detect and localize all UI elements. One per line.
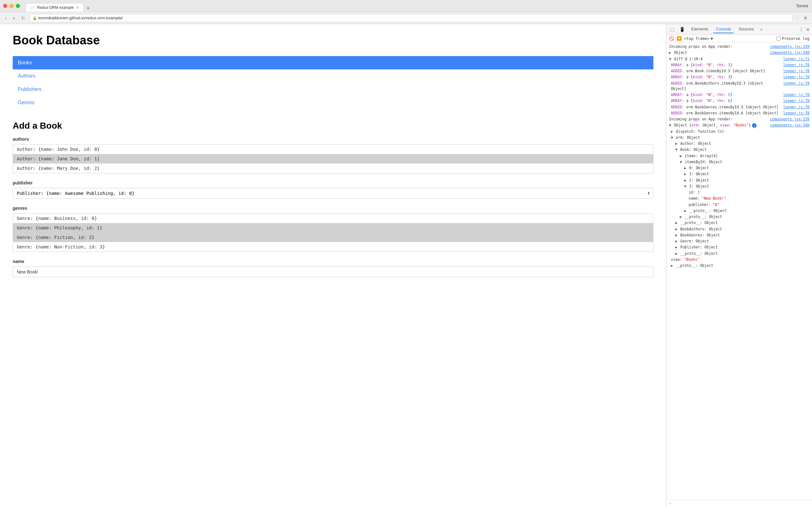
console-output: Incoming props on App render: components… <box>666 43 812 500</box>
devtools-device-icon[interactable]: 📱 <box>678 26 686 33</box>
authors-field-group: authors Author: {name: John Doe, id: 0} … <box>13 136 653 173</box>
preserve-log-label: Preserve log <box>776 37 809 41</box>
tab-sources[interactable]: Sources <box>736 25 757 33</box>
lock-icon: 🔒 <box>32 16 37 20</box>
devtools-panel-menu[interactable]: ⋮ <box>799 26 804 32</box>
nav-item-books[interactable]: Books <box>13 56 653 69</box>
preserve-log-checkbox[interactable] <box>776 37 780 41</box>
console-line: ▶ Genre: Object <box>666 238 812 244</box>
name-label: name <box>13 259 653 264</box>
nav-item-genres[interactable]: Genres <box>13 96 653 109</box>
name-field-group: name <box>13 259 653 277</box>
authors-item-0[interactable]: Author: {name: John Doe, id: 0} <box>13 145 653 154</box>
console-line: Incoming props on App render: components… <box>666 44 812 50</box>
genres-item-1[interactable]: Genre: {name: Philosophy, id: 1} <box>13 223 653 233</box>
console-line: ▶ __proto__: Object <box>666 263 812 269</box>
devtools-close-button[interactable]: ✕ <box>806 26 809 32</box>
reload-button[interactable]: ↻ <box>19 15 27 21</box>
authors-item-1[interactable]: Author: {name: Jane Doe, id: 1} <box>13 154 653 164</box>
publisher-select-wrapper: Publisher: {name: Awesome Publishing, id… <box>13 188 653 199</box>
console-line: ▶ Object components.jsx:340 <box>666 50 812 56</box>
console-line: view: "Books" <box>666 257 812 263</box>
web-content: Book Database Books Authors Publishers G… <box>0 24 666 507</box>
publisher-field-group: publisher Publisher: {name: Awesome Publ… <box>13 180 653 199</box>
publisher-select[interactable]: Publisher: {name: Awesome Publishing, id… <box>13 188 653 199</box>
console-line: ▶ BookGenres: Object <box>666 232 812 238</box>
console-line: ARRAY: a {kind: "N", rhs: 3} logger.js:7… <box>666 74 812 80</box>
devtools-panel: ⬚ 📱 Elements Console Sources » ⋮ ✕ 🚫 🔽 <… <box>666 24 812 507</box>
console-line: publisher: "0" <box>666 202 812 208</box>
console-line: ▶ Publisher: Object <box>666 244 812 250</box>
console-line: ADDED: orm.BookAuthors.itemsById.3 [obje… <box>666 80 812 92</box>
console-line: ▼ itemsById: Object <box>666 159 812 165</box>
console-line: ▶ items: Array[4] <box>666 153 812 159</box>
console-line: Incoming props on App render: components… <box>666 116 812 122</box>
console-input-row: › <box>666 500 812 507</box>
tab-console[interactable]: Console <box>713 25 734 33</box>
console-line: ▶ __proto__: Object <box>666 220 812 226</box>
console-line: ARRAY: a {kind: "N", rhs: 5} logger.js:7… <box>666 92 812 98</box>
console-line: ▼ Object {orm: Object, view: "Books"}i c… <box>666 122 812 128</box>
address-bar[interactable]: 🔒 tommikaikkonen.github.io/redux-orm-exa… <box>30 14 793 22</box>
console-line: ▶ __proto__: Object <box>666 214 812 220</box>
console-line: id: 3 <box>666 189 812 195</box>
new-tab-button[interactable]: + <box>84 5 92 12</box>
close-button[interactable] <box>3 4 7 8</box>
console-line: ▼ Book: Object <box>666 147 812 153</box>
url-display: tommikaikkonen.github.io/redux-orm-examp… <box>38 15 123 20</box>
console-toolbar: 🚫 🔽 <top frame> ▼ Preserve log <box>666 35 812 43</box>
traffic-lights <box>3 4 20 8</box>
browser-toolbar: ‹ › ↻ 🔒 tommikaikkonen.github.io/redux-o… <box>0 12 812 24</box>
devtools-inspect-icon[interactable]: ⬚ <box>669 26 676 33</box>
console-line: ▶ __proto__: Object <box>666 250 812 257</box>
nav-item-publishers[interactable]: Publishers <box>13 83 653 96</box>
console-filter-icon[interactable]: 🔽 <box>676 36 681 41</box>
genres-item-2[interactable]: Genre: {name: Fiction, id: 2} <box>13 233 653 242</box>
tab-bar: 📄 Redux-ORM example ✕ + <box>26 0 92 12</box>
publisher-label: publisher <box>13 180 653 185</box>
authors-listbox[interactable]: Author: {name: John Doe, id: 0} Author: … <box>13 144 653 173</box>
console-line: ARRAY: a {kind: "N", rhs: 3} logger.js:7… <box>666 62 812 68</box>
authors-label: authors <box>13 136 653 142</box>
console-line: ▶ 2: Object <box>666 177 812 183</box>
nav-list: Books Authors Publishers Genres <box>13 56 653 109</box>
user-avatar: Tommi <box>796 3 808 8</box>
console-line: name: "New Book!" <box>666 195 812 202</box>
console-line: ▼ 3: Object <box>666 183 812 189</box>
console-line: ADDED: orm.BookGenres.itemsById.5 [objec… <box>666 104 812 110</box>
active-tab[interactable]: 📄 Redux-ORM example ✕ <box>26 3 84 12</box>
top-frame-selector[interactable]: <top frame> ▼ <box>684 37 713 41</box>
authors-item-2[interactable]: Author: {name: Mary Doe, id: 2} <box>13 164 653 173</box>
console-line: ▶ 0: Object <box>666 165 812 171</box>
forward-button[interactable]: › <box>11 14 16 21</box>
back-button[interactable]: ‹ <box>3 14 9 21</box>
console-input[interactable] <box>673 501 809 506</box>
console-line: ADDED: orm.Book.itemsById.3 [object Obje… <box>666 68 812 74</box>
console-line: ▼ orm: Object <box>666 135 812 141</box>
console-line: ▶ __proto__: Object <box>666 208 812 214</box>
minimize-button[interactable] <box>9 4 14 8</box>
genres-item-3[interactable]: Genre: {name: Non-Fiction, id: 3} <box>13 242 653 251</box>
name-input[interactable] <box>13 267 653 277</box>
nav-item-authors[interactable]: Authors <box>13 69 653 83</box>
genres-field-group: genres Genre: {name: Business, id: 0} Ge… <box>13 206 653 252</box>
console-clear-icon[interactable]: 🚫 <box>669 36 674 41</box>
genres-item-0[interactable]: Genre: {name: Business, id: 0} <box>13 214 653 223</box>
tab-title: Redux-ORM example <box>37 5 73 10</box>
console-line: ▶ BookAuthors: Object <box>666 226 812 232</box>
console-prompt: › <box>669 501 671 506</box>
more-tabs-button[interactable]: » <box>759 26 764 33</box>
console-line: ARRAY: a {kind: "N", rhs: 6} logger.js:7… <box>666 98 812 104</box>
console-line: ▶ dispatch: function (n) <box>666 129 812 135</box>
genres-listbox[interactable]: Genre: {name: Business, id: 0} Genre: {n… <box>13 213 653 252</box>
menu-button[interactable]: ≡ <box>802 14 809 21</box>
browser-titlebar: 📄 Redux-ORM example ✕ + Tommi <box>0 0 812 12</box>
bookmark-button[interactable]: ☆ <box>795 15 800 21</box>
main-layout: Book Database Books Authors Publishers G… <box>0 24 812 507</box>
tab-elements[interactable]: Elements <box>689 25 711 33</box>
fullscreen-button[interactable] <box>16 4 20 8</box>
nav-menu: Books Authors Publishers Genres <box>13 56 653 109</box>
tab-close-button[interactable]: ✕ <box>76 6 79 10</box>
console-line: ▶ 1: Object <box>666 171 812 177</box>
console-line: ▼ diff @ 1:10:4 logger.js:71 <box>666 56 812 62</box>
